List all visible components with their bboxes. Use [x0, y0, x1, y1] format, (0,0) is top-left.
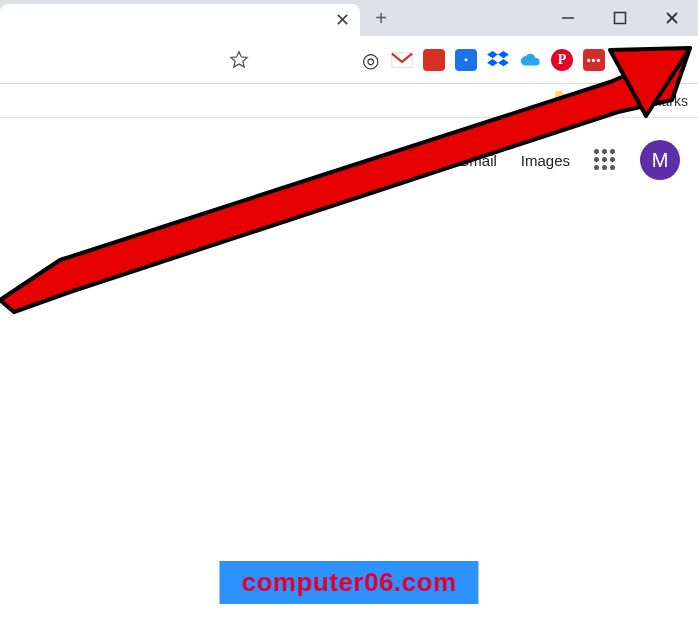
kebab-dot-icon [678, 58, 682, 62]
kebab-dot-icon [678, 65, 682, 69]
pinterest-extension[interactable]: P [551, 49, 573, 71]
portal-extension[interactable]: ◎ [359, 49, 381, 71]
lastpass-extension[interactable]: ••• [583, 49, 605, 71]
onedrive-extension[interactable] [519, 49, 541, 71]
account-avatar[interactable]: M [640, 140, 680, 180]
svg-rect-1 [615, 13, 626, 24]
doc-extension[interactable]: ▪ [455, 49, 477, 71]
kebab-dot-icon [678, 51, 682, 55]
watermark-text: computer06.com [241, 567, 456, 597]
apps-dot-icon [594, 165, 599, 170]
apps-dot-icon [602, 157, 607, 162]
bookmark-star-button[interactable] [228, 49, 250, 71]
cloud-icon [519, 52, 541, 68]
close-icon [665, 11, 679, 25]
profile-button[interactable] [634, 47, 660, 73]
red-box-icon [423, 49, 445, 71]
apps-dot-icon [610, 149, 615, 154]
active-tab[interactable]: ✕ [0, 4, 360, 36]
star-icon [229, 50, 249, 70]
chrome-menu-button[interactable] [670, 51, 690, 69]
portal-icon: ◎ [362, 48, 379, 72]
browser-toolbar: ◎ ▪ P ••• [0, 36, 698, 84]
lastpass-icon: ••• [583, 49, 605, 71]
watermark: computer06.com [219, 561, 478, 604]
svg-point-5 [644, 54, 649, 59]
doc-icon: ▪ [455, 49, 477, 71]
red-box-extension[interactable] [423, 49, 445, 71]
gmail-icon [391, 51, 413, 69]
apps-dot-icon [594, 157, 599, 162]
plus-icon: + [375, 7, 387, 30]
apps-dot-icon [594, 149, 599, 154]
minimize-icon [561, 11, 575, 25]
google-apps-button[interactable] [594, 149, 616, 171]
gmail-extension[interactable] [391, 49, 413, 71]
tab-close-button[interactable]: ✕ [335, 11, 350, 29]
maximize-icon [613, 11, 627, 25]
toolbar-separator [619, 47, 620, 73]
window-controls [556, 0, 698, 36]
apps-dot-icon [610, 157, 615, 162]
maximize-button[interactable] [608, 6, 632, 30]
pinterest-icon: P [551, 49, 573, 71]
apps-dot-icon [602, 149, 607, 154]
other-bookmarks-button[interactable]: Other bookmarks [581, 93, 688, 109]
avatar-letter: M [652, 149, 669, 172]
apps-dot-icon [610, 165, 615, 170]
dropbox-extension[interactable] [487, 49, 509, 71]
images-link[interactable]: Images [521, 152, 570, 169]
new-tab-button[interactable]: + [366, 0, 396, 36]
minimize-button[interactable] [556, 6, 580, 30]
folder-icon [555, 94, 573, 108]
apps-dot-icon [602, 165, 607, 170]
gmail-link[interactable]: Gmail [458, 152, 497, 169]
ntp-header: Gmail Images M [458, 140, 698, 180]
profile-icon [639, 52, 655, 68]
window-close-button[interactable] [660, 6, 684, 30]
dropbox-icon [487, 50, 509, 70]
tab-strip: ✕ + [0, 0, 698, 36]
bookmarks-bar: Other bookmarks [0, 84, 698, 118]
